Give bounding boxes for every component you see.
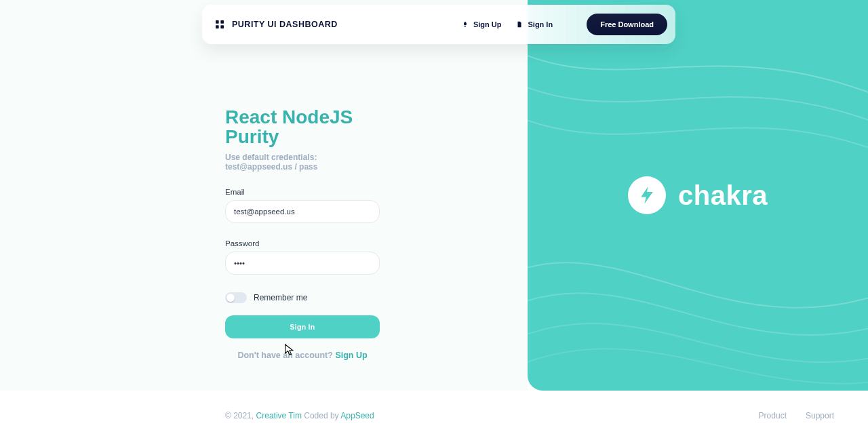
svg-rect-0 [216,20,219,24]
password-label: Password [225,239,380,248]
form-subtitle: Use default credentials: test@appseed.us… [225,153,380,172]
footer-support-link[interactable]: Support [806,411,834,420]
rocket-icon [462,21,469,28]
free-download-button[interactable]: Free Download [587,14,667,35]
svg-rect-3 [220,25,224,28]
appseed-link[interactable]: AppSeed [340,411,374,420]
email-label: Email [225,188,380,196]
brand: PURITY UI DASHBOARD [214,19,338,30]
svg-rect-2 [216,25,219,28]
signup-prompt: Don't have an account? Sign Up [225,351,380,360]
remember-label: Remember me [254,293,307,302]
signup-link[interactable]: Sign Up [335,351,367,360]
lightning-icon [637,185,657,205]
remember-row: Remember me [225,292,380,303]
password-input[interactable] [225,252,380,275]
chakra-logo-circle [628,176,666,214]
copyright-prefix: © 2021, [225,411,256,420]
brand-name: PURITY UI DASHBOARD [232,20,338,29]
document-icon [516,21,523,28]
nav-signin-label: Sign In [528,20,553,28]
chakra-wordmark: chakra [678,180,768,211]
footer: © 2021, Creative Tim Coded by AppSeed Pr… [225,411,834,420]
svg-rect-1 [220,20,224,24]
footer-left: © 2021, Creative Tim Coded by AppSeed [225,411,374,420]
hero-panel: chakra [528,0,868,391]
no-account-text: Don't have an account? [237,351,333,360]
nav-signup-label: Sign Up [473,20,502,28]
nav-signup-link[interactable]: Sign Up [462,20,502,28]
signin-button[interactable]: Sign In [225,315,380,338]
chakra-brand: chakra [628,176,768,214]
form-title: React NodeJS Purity [225,107,380,147]
signin-form: React NodeJS Purity Use default credenti… [225,107,380,360]
top-nav-card: PURITY UI DASHBOARD Sign Up Sign In Free… [202,5,675,44]
email-input[interactable] [225,200,380,223]
brand-logo-icon [214,19,225,30]
remember-toggle[interactable] [225,292,247,303]
creative-tim-link[interactable]: Creative Tim [256,411,302,420]
footer-product-link[interactable]: Product [759,411,787,420]
footer-middle: Coded by [302,411,340,420]
footer-right: Product Support [759,411,834,420]
nav-signin-link[interactable]: Sign In [516,20,553,28]
nav-links: Sign Up Sign In Free Download [462,14,667,35]
